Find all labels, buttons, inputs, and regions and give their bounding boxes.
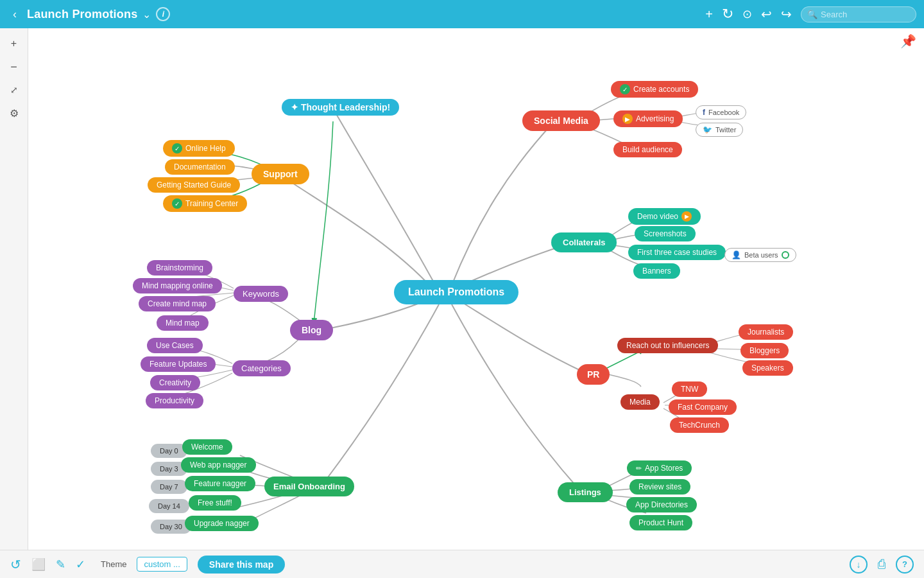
getting-started-node[interactable]: Getting Started Guide	[148, 177, 240, 193]
facebook-node[interactable]: f Facebook	[696, 105, 746, 119]
settings-button[interactable]: ⚙	[4, 103, 24, 123]
left-sidebar: + − ⤢ ⚙	[0, 28, 28, 550]
social-media-node[interactable]: Social Media	[522, 110, 600, 131]
productivity-node[interactable]: Productivity	[146, 393, 203, 408]
twitter-node[interactable]: 🐦 Twitter	[696, 123, 743, 137]
bloggers-node[interactable]: Bloggers	[740, 343, 789, 358]
search-input[interactable]	[801, 6, 916, 22]
speakers-node[interactable]: Speakers	[742, 360, 793, 376]
feature-updates-node[interactable]: Feature Updates	[141, 356, 216, 372]
keywords-node[interactable]: Keywords	[234, 286, 288, 302]
feature-nagger-node[interactable]: Feature nagger	[185, 476, 255, 491]
banners-node[interactable]: Banners	[633, 263, 680, 279]
reach-out-node[interactable]: Reach out to influencers	[617, 338, 718, 353]
mind-map-node[interactable]: Mind map	[157, 315, 209, 331]
categories-node[interactable]: Categories	[232, 360, 291, 376]
redo-icon[interactable]: ↪	[781, 6, 792, 22]
loop-icon[interactable]: ↻	[722, 6, 733, 22]
tnw-node[interactable]: TNW	[672, 381, 707, 397]
email-onboarding-node[interactable]: Email Onboarding	[264, 477, 354, 496]
online-help-node[interactable]: ✓ Online Help	[163, 140, 235, 157]
download-icon[interactable]: ↓	[850, 556, 868, 574]
app-directories-node[interactable]: App Directories	[626, 497, 697, 512]
media-node[interactable]: Media	[620, 394, 660, 410]
pin-icon: 📌	[900, 33, 916, 49]
day14-label: Day 14	[149, 499, 189, 513]
title-dropdown-icon[interactable]: ⌄	[142, 8, 151, 21]
back-button[interactable]: ‹	[8, 5, 22, 24]
history-icon[interactable]: ↺	[10, 557, 21, 572]
review-sites-node[interactable]: Review sites	[629, 479, 690, 495]
fit-button[interactable]: ⤢	[4, 80, 24, 100]
journalists-node[interactable]: Journalists	[739, 324, 793, 340]
bottom-right-actions: ↓ ⎙ ?	[850, 556, 914, 574]
create-mind-map-node[interactable]: Create mind map	[139, 296, 216, 311]
print-icon[interactable]: ⎙	[878, 557, 886, 572]
demo-video-node[interactable]: Demo video ▶	[628, 208, 701, 225]
header-actions: + ↻ ⊙ ↩ ↪ 🔍	[705, 6, 916, 22]
canvas[interactable]: 📌	[28, 28, 924, 550]
monitor-icon[interactable]: ⬜	[31, 557, 46, 572]
support-node[interactable]: Support	[252, 164, 309, 184]
advertising-node[interactable]: ▶ Advertising	[613, 110, 683, 127]
product-hunt-node[interactable]: Product Hunt	[629, 515, 692, 530]
zoom-out-button[interactable]: −	[4, 57, 24, 77]
web-app-nagger-node[interactable]: Web app nagger	[181, 457, 256, 473]
day7-label: Day 7	[151, 480, 187, 494]
free-stuff-node[interactable]: Free stuff!	[189, 495, 241, 511]
theme-button[interactable]: custom ...	[137, 557, 187, 572]
use-cases-node[interactable]: Use Cases	[147, 338, 203, 353]
techcrunch-node[interactable]: TechCrunch	[670, 417, 729, 433]
app-title: Launch Promotions	[27, 8, 137, 21]
thought-leadership-node[interactable]: ✦ Thought Leadership!	[282, 99, 399, 116]
check-icon[interactable]: ✓	[76, 557, 85, 572]
documentation-node[interactable]: Documentation	[165, 159, 235, 175]
undo-icon[interactable]: ↩	[761, 6, 772, 22]
search-wrap: 🔍	[801, 6, 916, 22]
blog-node[interactable]: Blog	[290, 320, 333, 340]
theme-label: Theme	[101, 559, 126, 569]
creativity-node[interactable]: Creativity	[150, 375, 200, 390]
info-button[interactable]: i	[156, 7, 170, 21]
fast-company-node[interactable]: Fast Company	[669, 399, 737, 415]
brainstorming-node[interactable]: Brainstorming	[147, 260, 212, 276]
first-three-node[interactable]: First three case studies	[628, 245, 726, 260]
pr-node[interactable]: PR	[577, 364, 610, 385]
share-button[interactable]: Share this map	[198, 556, 285, 574]
screenshots-node[interactable]: Screenshots	[635, 226, 696, 241]
clock-icon[interactable]: ⊙	[742, 7, 752, 21]
help-icon[interactable]: ?	[896, 556, 914, 574]
beta-users-node[interactable]: 👤 Beta users	[724, 248, 796, 262]
pen-icon[interactable]: ✎	[56, 557, 65, 572]
listings-node[interactable]: Listings	[558, 482, 613, 502]
center-node[interactable]: Launch Promotions	[394, 280, 518, 304]
welcome-node[interactable]: Welcome	[182, 439, 232, 455]
bottom-bar: ↺ ⬜ ✎ ✓ Theme custom ... Share this map …	[0, 550, 924, 578]
training-center-node[interactable]: ✓ Training Center	[163, 195, 247, 212]
create-accounts-node[interactable]: ✓ Create accounts	[611, 81, 698, 98]
upgrade-nagger-node[interactable]: Upgrade nagger	[185, 516, 259, 531]
zoom-in-button[interactable]: +	[4, 33, 24, 54]
header: ‹ Launch Promotions ⌄ i + ↻ ⊙ ↩ ↪ 🔍	[0, 0, 924, 28]
add-icon[interactable]: +	[705, 7, 713, 22]
app-stores-node[interactable]: ✏ App Stores	[627, 460, 692, 476]
build-audience-node[interactable]: Build audience	[613, 142, 682, 157]
collaterals-node[interactable]: Collaterals	[551, 232, 617, 252]
mind-mapping-online-node[interactable]: Mind mapping online	[133, 278, 222, 293]
